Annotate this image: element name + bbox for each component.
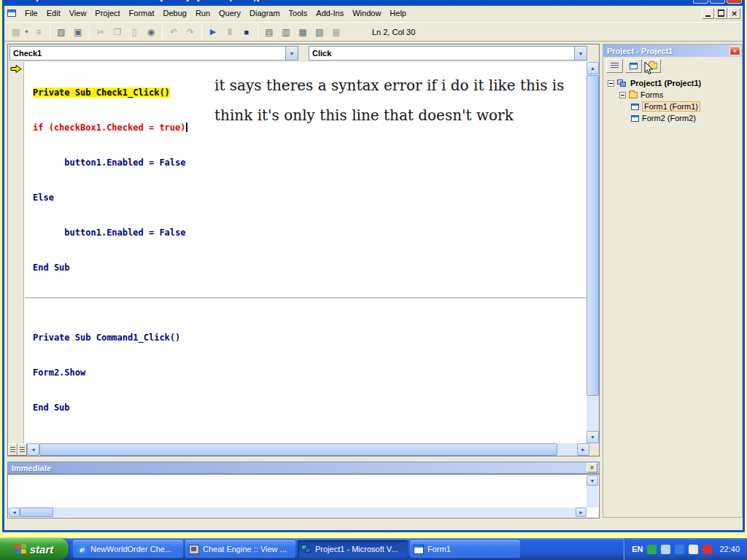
annotation-text: it says theres a syntax error if i do it… xyxy=(214,77,565,94)
properties-window-button[interactable]: ▥ xyxy=(279,25,293,39)
close-button[interactable]: × xyxy=(727,0,742,4)
view-code-button[interactable] xyxy=(606,59,623,73)
scroll-right-icon[interactable]: ► xyxy=(576,508,587,517)
form-icon xyxy=(631,115,639,122)
scroll-up-icon[interactable]: ▲ xyxy=(587,62,599,74)
scroll-right-icon[interactable]: ► xyxy=(577,443,589,456)
collapse-icon[interactable] xyxy=(619,92,626,98)
mdi-restore-button[interactable] xyxy=(715,8,727,19)
menu-query[interactable]: Query xyxy=(214,7,245,20)
run-button[interactable]: ▶ xyxy=(206,25,220,39)
menu-diagram[interactable]: Diagram xyxy=(245,7,285,20)
mdi-minimize-button[interactable] xyxy=(702,8,714,19)
vertical-scroll-thumb[interactable] xyxy=(587,75,599,396)
paste-button[interactable]: ▯ xyxy=(127,25,142,39)
redo-button[interactable]: ↷ xyxy=(183,25,198,39)
project-explorer-button[interactable]: ▤ xyxy=(262,25,276,39)
tray-icon-1[interactable] xyxy=(647,545,657,554)
view-object-button[interactable] xyxy=(625,59,642,73)
menu-view[interactable]: View xyxy=(65,7,91,20)
menu-run[interactable]: Run xyxy=(191,7,214,20)
scroll-down-icon[interactable]: ▼ xyxy=(587,431,599,443)
menu-project[interactable]: Project xyxy=(90,7,124,20)
project-explorer-close-icon[interactable]: × xyxy=(729,46,740,55)
task-button-cheat-engine[interactable]: Cheat Engine :: View ... xyxy=(185,540,295,558)
code-window: Check1 ▼ Click ▼ Private xyxy=(7,44,600,456)
scroll-down-icon[interactable]: ▼ xyxy=(587,475,598,486)
language-indicator[interactable]: EN xyxy=(632,545,643,553)
menu-debug[interactable]: Debug xyxy=(158,7,190,20)
tray-icon-4[interactable] xyxy=(689,545,698,554)
minimize-button[interactable] xyxy=(693,0,708,4)
mdi-client-area: Check1 ▼ Click ▼ Private xyxy=(4,42,743,528)
code-horizontal-scrollbar[interactable]: ◄ ► xyxy=(8,443,599,456)
collapse-icon[interactable] xyxy=(608,80,614,87)
form-layout-button[interactable]: ▦ xyxy=(295,25,310,39)
full-module-view-button[interactable] xyxy=(18,443,27,456)
project-icon xyxy=(617,79,627,88)
task-button-form1[interactable]: Form1 xyxy=(410,540,520,558)
object-combobox[interactable]: Check1 ▼ xyxy=(9,46,298,61)
menu-window[interactable]: Window xyxy=(348,7,385,20)
horizontal-scroll-thumb[interactable] xyxy=(39,443,557,456)
start-button[interactable]: start xyxy=(0,538,69,560)
tray-icon-5[interactable] xyxy=(703,545,712,554)
undo-button[interactable]: ↶ xyxy=(166,25,181,39)
text-cursor xyxy=(186,122,187,132)
tree-item-forms-folder[interactable]: Forms xyxy=(605,89,740,101)
task-button-visual-basic[interactable]: Project1 - Microsoft V... xyxy=(298,540,408,558)
menu-tools[interactable]: Tools xyxy=(285,7,312,20)
break-button[interactable]: ‖ xyxy=(222,25,237,39)
titlebar[interactable]: Project1 - Microsoft Visual Basic [break… xyxy=(2,0,745,6)
restore-button[interactable] xyxy=(710,0,725,4)
visual-basic-icon xyxy=(301,545,311,554)
add-form-dropdown-icon[interactable]: ▼ xyxy=(24,29,29,34)
form-icon xyxy=(414,545,424,554)
procedure-view-button[interactable] xyxy=(8,443,18,456)
toolbox-button[interactable]: ▩ xyxy=(329,25,344,39)
menu-edit[interactable]: Edit xyxy=(42,7,65,20)
find-button[interactable]: ◉ xyxy=(144,25,158,39)
object-browser-button[interactable]: ▧ xyxy=(312,25,327,39)
save-project-button[interactable]: ▣ xyxy=(71,25,85,39)
copy-button[interactable]: ❐ xyxy=(110,25,125,39)
annotation-text: think it's only this line that doesn't w… xyxy=(214,106,514,124)
code-margin-indicator-bar[interactable] xyxy=(8,62,24,443)
tree-item-project[interactable]: Project1 (Project1) xyxy=(605,77,740,89)
horizontal-scroll-thumb[interactable] xyxy=(20,508,53,517)
tray-icon-3[interactable] xyxy=(675,545,684,554)
menu-bar: File Edit View Project Format Debug Run … xyxy=(4,6,743,21)
menu-editor-button[interactable]: ≡ xyxy=(31,25,46,39)
mdi-child-icon[interactable] xyxy=(7,9,18,18)
code-line: button1.Enabled = False xyxy=(33,157,587,168)
code-editor-body[interactable]: Private Sub Check1_Click() if (checkBox1… xyxy=(8,62,599,443)
menu-addins[interactable]: Add-Ins xyxy=(311,7,348,20)
tree-item-form2[interactable]: Form2 (Form2) xyxy=(605,112,740,124)
immediate-vertical-scrollbar[interactable]: ▲ ▼ xyxy=(587,475,598,508)
scrollbar-corner xyxy=(589,443,599,456)
tray-icon-2[interactable] xyxy=(661,545,670,554)
menu-format[interactable]: Format xyxy=(125,7,159,20)
immediate-close-icon[interactable]: × xyxy=(587,463,597,472)
event-combobox[interactable]: Click ▼ xyxy=(309,46,587,61)
immediate-input-area[interactable]: ▲ ▼ ◄ ► xyxy=(7,474,600,518)
add-form-button[interactable]: ▤ xyxy=(9,25,23,39)
chevron-down-icon[interactable]: ▼ xyxy=(285,47,298,60)
mdi-close-button[interactable]: × xyxy=(728,8,740,19)
cut-button[interactable]: ✂ xyxy=(93,25,108,39)
tree-item-form1[interactable]: Form1 (Form1) xyxy=(605,101,740,112)
menu-file[interactable]: File xyxy=(20,7,42,20)
immediate-horizontal-scrollbar[interactable]: ◄ ► xyxy=(9,508,587,517)
open-project-button[interactable]: ▨ xyxy=(54,25,69,39)
scroll-left-icon[interactable]: ◄ xyxy=(27,443,39,456)
scroll-left-icon[interactable]: ◄ xyxy=(9,508,20,517)
task-button-newworldorder[interactable]: e NewWorldOrder Che... xyxy=(73,540,183,558)
internet-explorer-icon: e xyxy=(77,545,87,554)
chevron-down-icon[interactable]: ▼ xyxy=(574,47,587,60)
project-explorer-titlebar[interactable]: Project - Project1 × xyxy=(603,44,742,57)
code-line: Private Sub Command1_Click() xyxy=(33,332,587,343)
menu-help[interactable]: Help xyxy=(385,7,411,20)
code-vertical-scrollbar[interactable]: ▲ ▼ xyxy=(587,62,599,443)
immediate-titlebar[interactable]: Immediate × xyxy=(7,462,600,474)
end-button[interactable]: ■ xyxy=(239,25,254,39)
